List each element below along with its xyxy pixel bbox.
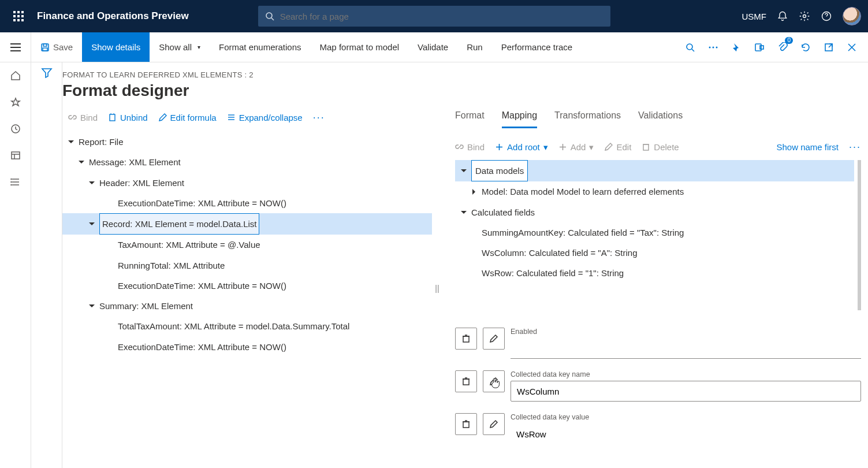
expand-collapse-button[interactable]: Expand/collapse [227, 113, 303, 122]
modules-icon[interactable] [9, 176, 22, 188]
tree-node-selected[interactable]: Data models [455, 160, 854, 181]
nav-rail [0, 62, 31, 468]
filter-icon[interactable] [41, 67, 53, 80]
recent-icon[interactable] [9, 122, 22, 135]
prop-label-cdkv: Collected data key value [511, 413, 861, 421]
search-input[interactable] [280, 12, 603, 21]
property-grid: Enabled Collected data key name [455, 310, 861, 444]
settings-icon[interactable] [799, 10, 810, 22]
more-mapping-actions[interactable]: ··· [849, 141, 861, 153]
svg-point-23 [716, 46, 718, 48]
add-button[interactable]: Add▾ [558, 142, 594, 153]
tree-node[interactable]: Header: XML Element [62, 173, 432, 193]
tree-node[interactable]: WsColumn: Calculated field = "A": String [455, 243, 854, 263]
bind-button[interactable]: Bind [68, 113, 98, 122]
validate-button[interactable]: Validate [408, 32, 457, 62]
tree-node[interactable]: ExecutionDateTime: XML Attribute = NOW() [62, 193, 432, 213]
collected-data-key-value-input[interactable] [511, 424, 861, 444]
tab-validations[interactable]: Validations [638, 108, 683, 128]
column-splitter[interactable]: || [432, 108, 442, 468]
notification-icon[interactable] [777, 10, 788, 22]
nav-toggle[interactable] [0, 32, 31, 62]
tree-node[interactable]: TotalTaxAmount: XML Attribute = model.Da… [62, 316, 432, 336]
unbind-button[interactable]: Unbind [108, 113, 148, 122]
mapping-bind-button[interactable]: Bind [455, 142, 485, 152]
tree-node[interactable]: SummingAmountKey: Calculated field = "Ta… [455, 222, 854, 243]
tree-node[interactable]: TaxAmount: XML Attribute = @.Value [62, 235, 432, 255]
run-button[interactable]: Run [457, 32, 492, 62]
edit-formula-button[interactable]: Edit formula [158, 113, 217, 122]
delete-property-button[interactable] [455, 370, 477, 392]
delete-property-button[interactable] [455, 328, 477, 350]
svg-rect-5 [21, 15, 24, 17]
edit-property-button[interactable] [483, 370, 505, 392]
tree-node[interactable]: Message: XML Element [62, 152, 432, 172]
tree-node[interactable]: ExecutionDateTime: XML Attribute = NOW() [62, 337, 432, 357]
mapping-toolbar: Bind Add root▾ Add▾ Edit Delete Show nam… [455, 133, 861, 160]
collected-data-key-name-input[interactable] [511, 381, 861, 402]
svg-point-21 [709, 46, 711, 48]
add-root-button[interactable]: Add root▾ [495, 142, 548, 153]
home-icon[interactable] [9, 69, 22, 82]
svg-rect-7 [17, 19, 20, 21]
tree-node-selected[interactable]: Record: XML Element = model.Data.List [62, 213, 432, 235]
app-header: Finance and Operations Preview USMF [0, 0, 868, 32]
tree-node[interactable]: WsRow: Calculated field = "1": String [455, 263, 854, 283]
svg-rect-18 [43, 48, 47, 51]
svg-rect-1 [17, 11, 20, 13]
svg-rect-57 [463, 422, 469, 428]
search-page-icon[interactable] [682, 39, 698, 55]
tree-node[interactable]: Calculated fields [455, 202, 854, 222]
edit-button[interactable]: Edit [604, 142, 631, 152]
edit-property-button[interactable] [483, 413, 505, 435]
performance-trace-button[interactable]: Performance trace [492, 32, 582, 62]
attachments-icon[interactable]: 0 [774, 39, 791, 55]
more-format-actions[interactable]: ··· [313, 112, 325, 124]
svg-rect-39 [110, 114, 115, 121]
popout-icon[interactable] [821, 39, 837, 55]
show-name-first-button[interactable]: Show name first [776, 142, 839, 152]
format-enumerations-button[interactable]: Format enumerations [210, 32, 311, 62]
svg-rect-17 [43, 44, 47, 46]
breadcrumb: FORMAT TO LEARN DEFERRED XML ELEMENTS : … [62, 62, 868, 79]
company-picker[interactable]: USMF [742, 12, 767, 21]
refresh-icon[interactable] [798, 39, 814, 55]
global-search[interactable] [258, 6, 610, 27]
edit-property-button[interactable] [483, 328, 505, 350]
delete-property-button[interactable] [455, 413, 477, 435]
app-launcher-icon[interactable] [7, 11, 30, 21]
svg-line-10 [271, 18, 274, 20]
tab-mapping[interactable]: Mapping [502, 108, 537, 128]
map-format-model-button[interactable]: Map format to model [311, 32, 409, 62]
user-avatar[interactable] [843, 7, 861, 25]
svg-rect-54 [463, 379, 469, 385]
format-toolbar: Bind Unbind Edit formula Expand/collapse… [62, 108, 432, 132]
tree-node[interactable]: RunningTotal: XML Attribute [62, 255, 432, 276]
delete-button[interactable]: Delete [642, 142, 679, 152]
tab-transformations[interactable]: Transformations [554, 108, 621, 128]
svg-rect-49 [643, 144, 649, 150]
svg-rect-25 [760, 46, 763, 49]
save-button[interactable]: Save [31, 32, 82, 62]
close-icon[interactable] [844, 39, 860, 55]
prop-label-cdkn: Collected data key name [511, 370, 861, 378]
svg-line-20 [692, 49, 694, 51]
tab-format[interactable]: Format [455, 108, 485, 128]
chevron-down-icon: ▾ [198, 44, 200, 50]
office-icon[interactable] [751, 39, 768, 55]
pin-icon[interactable] [728, 39, 744, 55]
page-title: Format designer [62, 79, 868, 108]
favorites-icon[interactable] [9, 96, 22, 109]
more-actions-icon[interactable] [705, 39, 721, 55]
enabled-input[interactable] [511, 338, 861, 359]
tree-node[interactable]: Summary: XML Element [62, 296, 432, 316]
show-all-button[interactable]: Show all▾ [150, 32, 210, 62]
tree-node[interactable]: Report: File [62, 132, 432, 152]
svg-point-37 [11, 182, 12, 183]
show-details-button[interactable]: Show details [82, 32, 150, 62]
svg-point-22 [713, 46, 714, 48]
workspaces-icon[interactable] [9, 149, 22, 162]
tree-node[interactable]: Model: Data model Model to learn deferre… [455, 181, 854, 202]
help-icon[interactable] [821, 10, 832, 22]
tree-node[interactable]: ExecutionDateTime: XML Attribute = NOW() [62, 276, 432, 296]
